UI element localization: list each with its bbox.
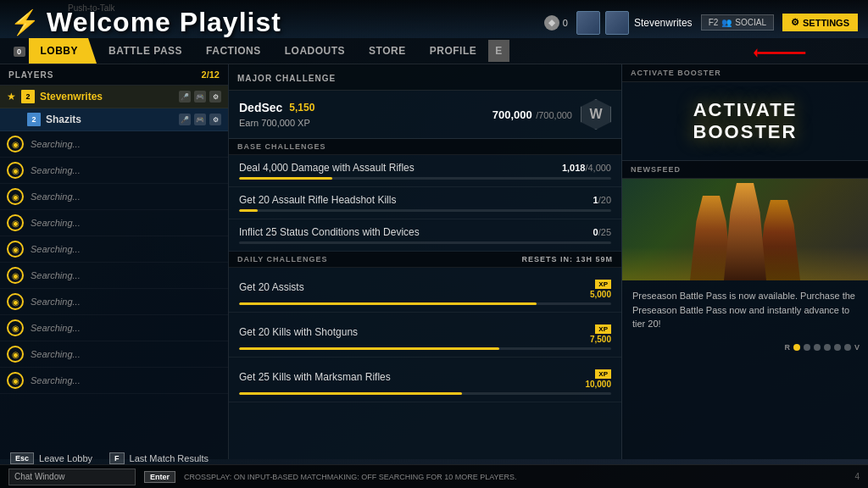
searching-text: Searching...: [31, 270, 81, 280]
progress-bar-fill: [239, 302, 537, 305]
pagination-dot[interactable]: [844, 344, 851, 351]
xp-badge: XP: [595, 369, 611, 379]
player-item: ★ 2 Stevenwrites 🎤 🎮 ⚙: [0, 86, 228, 108]
progress-total: /700,000: [536, 110, 572, 120]
xp-value: 10,000: [585, 380, 611, 389]
nav-item-battlepass[interactable]: BATTLE PASS: [97, 38, 194, 64]
social-icon: 👥: [721, 18, 732, 27]
chat-input[interactable]: Chat Window: [8, 469, 136, 485]
searching-text: Searching...: [31, 218, 81, 228]
challenge-progress-val: 1/20: [593, 195, 611, 205]
search-circle-icon: ◉: [7, 319, 24, 336]
challenge-item: Inflict 25 Status Conditions with Device…: [229, 219, 621, 252]
player-level: 2: [21, 90, 35, 103]
daily-progress-bar: [239, 347, 611, 350]
leave-lobby-button[interactable]: Esc Leave Lobby: [10, 452, 92, 464]
chat-bar: Chat Window Enter CROSSPLAY: ON INPUT-BA…: [0, 464, 868, 488]
avatar-2: [605, 11, 629, 35]
search-circle-icon: ◉: [7, 293, 24, 310]
searching-text: Searching...: [31, 375, 81, 385]
nav-item-loadouts[interactable]: LOADOUTS: [273, 38, 357, 64]
daily-progress-bar: [239, 302, 611, 305]
nav-battlepass-label: BATTLE PASS: [108, 45, 182, 57]
progress-bar: [239, 241, 611, 244]
footer-actions: Esc Leave Lobby F Last Match Results: [10, 452, 209, 464]
searching-text: Searching...: [31, 139, 81, 149]
search-circle-icon: ◉: [7, 188, 24, 205]
challenge-progress-val: 1,018/4,000: [562, 163, 611, 173]
nav-profile-label: PROFILE: [430, 45, 477, 57]
searching-item: ◉ Searching...: [0, 263, 228, 289]
resets-timer: RESETS IN: 13H 59M: [521, 255, 613, 263]
challenge-name: Get 20 Assault Rifle Headshot Kills: [239, 194, 396, 206]
challenge-name: Deal 4,000 Damage with Assault Rifles: [239, 162, 415, 174]
player-icons: 🎤 🎮 ⚙: [179, 114, 221, 125]
nav-item-store[interactable]: STORE: [357, 38, 418, 64]
booster-panel: ACTIVATE BOOSTER ACTIVATE BOOSTER NEWSFE…: [622, 64, 868, 459]
newsfeed-pagination: R V: [622, 340, 868, 355]
challenge-item: Get 20 Assault Rifle Headshot Kills 1/20: [229, 187, 621, 219]
pagination-dot[interactable]: [824, 344, 831, 351]
player-name: Shazits: [46, 114, 174, 125]
nav-item-factions[interactable]: FACTIONS: [194, 38, 273, 64]
challenge-name: Inflict 25 Status Conditions with Device…: [239, 226, 420, 238]
player-item: 2 Shazits 🎤 🎮 ⚙: [0, 108, 228, 131]
user-info: Stevenwrites: [576, 11, 693, 35]
challenge-progress: 700,000 /700,000: [492, 107, 572, 122]
challenge-faction: DedSec: [239, 101, 282, 114]
nav-factions-label: FACTIONS: [206, 45, 261, 57]
search-circle-icon: ◉: [7, 214, 24, 231]
major-challenge-item: DedSec 5,150 Earn 700,000 XP 700,000 /70…: [229, 91, 621, 139]
settings-icon: ⚙: [791, 17, 799, 28]
settings-button[interactable]: ⚙ SETTINGS: [782, 14, 858, 31]
progress-bar: [239, 177, 611, 180]
currency-icon: ◆: [544, 15, 559, 30]
newsfeed-image: [622, 179, 868, 280]
currency-value: 0: [563, 18, 568, 28]
character-silhouette: [724, 183, 766, 280]
searching-text: Searching...: [31, 297, 81, 307]
progress-bar-fill: [239, 177, 332, 180]
searching-item: ◉ Searching...: [0, 368, 228, 394]
player-icon-settings: ⚙: [209, 114, 221, 125]
player-icon-mic: 🎤: [179, 114, 191, 125]
nav-item-e[interactable]: E: [488, 40, 509, 62]
pagination-v-label: V: [854, 343, 860, 352]
leave-lobby-label: Leave Lobby: [39, 453, 92, 463]
major-challenge-header: MAJOR CHALLENGE: [229, 64, 621, 91]
challenge-item: Deal 4,000 Damage with Assault Rifles 1,…: [229, 155, 621, 187]
last-match-label: Last Match Results: [130, 453, 209, 463]
challenge-progress-val: 0/25: [593, 227, 611, 237]
player-level: 2: [27, 113, 41, 126]
pagination-dot[interactable]: [804, 344, 810, 351]
chat-page-number: 4: [854, 472, 860, 481]
nav-key-0: 0: [10, 38, 29, 64]
searching-item: ◉ Searching...: [0, 131, 228, 158]
search-circle-icon: ◉: [7, 346, 24, 363]
searching-text: Searching...: [31, 349, 81, 359]
enter-key: Enter: [144, 471, 175, 483]
nav-item-profile[interactable]: PROFILE: [418, 38, 489, 64]
player-count: 2/12: [202, 69, 220, 80]
player-name: Stevenwrites: [40, 91, 174, 103]
main-content: PLAYERS 2/12 ★ 2 Stevenwrites 🎤 🎮 ⚙ 2 Sh…: [0, 64, 868, 459]
booster-header-label: ACTIVATE BOOSTER: [631, 69, 721, 77]
nav-lobby-label: LOBBY: [41, 45, 79, 57]
players-panel: PLAYERS 2/12 ★ 2 Stevenwrites 🎤 🎮 ⚙ 2 Sh…: [0, 64, 229, 459]
last-match-button[interactable]: F Last Match Results: [109, 452, 209, 464]
social-button[interactable]: F2 👥 SOCIAL: [701, 14, 774, 30]
settings-label: SETTINGS: [803, 18, 849, 28]
pagination-dot[interactable]: [834, 344, 841, 351]
players-header: PLAYERS 2/12: [0, 64, 228, 86]
nav-e-label: E: [495, 45, 503, 57]
star-icon: ★: [7, 91, 16, 103]
search-circle-icon: ◉: [7, 267, 24, 284]
pagination-dot[interactable]: [814, 344, 821, 351]
xp-badge: XP: [595, 280, 611, 289]
nav-item-lobby[interactable]: LOBBY: [29, 38, 97, 64]
xp-value: 5,000: [590, 290, 611, 299]
faction-logo: W: [581, 99, 611, 130]
searching-text: Searching...: [31, 244, 81, 254]
pagination-dot-active[interactable]: [793, 344, 800, 351]
searching-item: ◉ Searching...: [0, 210, 228, 236]
